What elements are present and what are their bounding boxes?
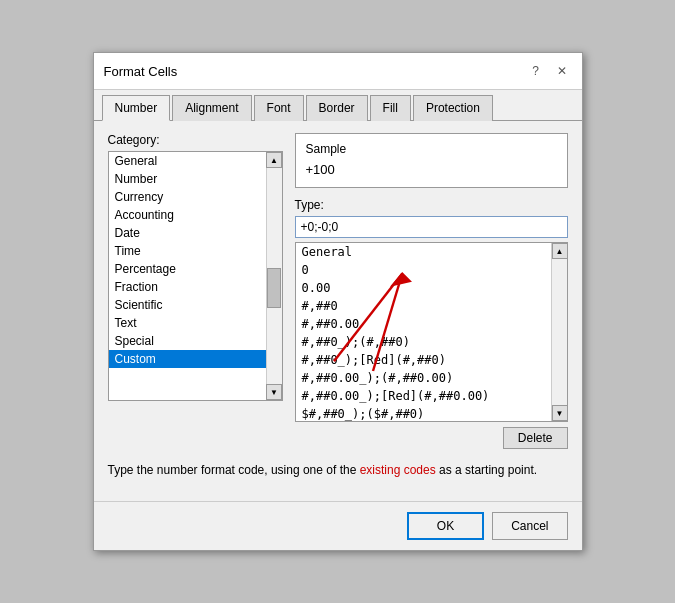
tab-font[interactable]: Font [254,95,304,121]
scroll-thumb [267,268,281,308]
scroll-up-arrow[interactable]: ▲ [266,152,282,168]
tab-content: Category: General Number Currency Accoun… [94,121,582,491]
format-hash0-paren[interactable]: #,##0_);(#,##0) [296,333,551,351]
category-scrollbar: ▲ ▼ [266,152,282,400]
right-panel: Sample +100 Type: General 0 0.00 #,##0 #… [295,133,568,449]
format-cells-dialog: Format Cells ? ✕ Number Alignment Font B… [93,52,583,551]
delete-button[interactable]: Delete [503,427,568,449]
format-dollar-paren[interactable]: $#,##0_);($#,##0) [296,405,551,421]
category-scientific[interactable]: Scientific [109,296,266,314]
scroll-down-arrow[interactable]: ▼ [266,384,282,400]
tab-protection[interactable]: Protection [413,95,493,121]
category-fraction[interactable]: Fraction [109,278,266,296]
category-general[interactable]: General [109,152,266,170]
category-label: Category: [108,133,283,147]
tab-number[interactable]: Number [102,95,171,121]
format-scroll-track [552,259,567,405]
description-text: Type the number format code, using one o… [108,461,568,479]
tabs-bar: Number Alignment Font Border Fill Protec… [94,90,582,121]
format-hash0-red[interactable]: #,##0_);[Red](#,##0) [296,351,551,369]
left-panel: Category: General Number Currency Accoun… [108,133,283,449]
main-area: Category: General Number Currency Accoun… [108,133,568,449]
format-scrollbar: ▲ ▼ [551,243,567,421]
category-time[interactable]: Time [109,242,266,260]
description-normal1: Type the number format code, using one o… [108,463,360,477]
type-label: Type: [295,198,568,212]
format-0.00[interactable]: 0.00 [296,279,551,297]
help-icon[interactable]: ? [526,61,546,81]
sample-value: +100 [306,160,557,179]
title-icons: ? ✕ [526,61,572,81]
scroll-track [267,168,282,384]
format-hash0.00[interactable]: #,##0.00 [296,315,551,333]
delete-row: Delete [295,427,568,449]
description-highlight: existing codes [360,463,436,477]
category-custom[interactable]: Custom [109,350,266,368]
type-input[interactable] [295,216,568,238]
sample-box: Sample +100 [295,133,568,188]
dialog-title: Format Cells [104,64,178,79]
bottom-buttons: OK Cancel [94,501,582,550]
category-currency[interactable]: Currency [109,188,266,206]
format-list: General 0 0.00 #,##0 #,##0.00 #,##0_);(#… [296,243,551,421]
format-general[interactable]: General [296,243,551,261]
category-percentage[interactable]: Percentage [109,260,266,278]
title-bar: Format Cells ? ✕ [94,53,582,90]
format-area: General 0 0.00 #,##0 #,##0.00 #,##0_);(#… [295,242,568,422]
sample-label: Sample [306,142,557,156]
category-date[interactable]: Date [109,224,266,242]
category-number[interactable]: Number [109,170,266,188]
format-hash0.00-paren[interactable]: #,##0.00_);(#,##0.00) [296,369,551,387]
cancel-button[interactable]: Cancel [492,512,567,540]
description-normal2: as a starting point. [436,463,537,477]
ok-button[interactable]: OK [407,512,484,540]
category-list-wrapper: General Number Currency Accounting Date … [108,151,283,401]
format-0[interactable]: 0 [296,261,551,279]
format-hash0.00-red[interactable]: #,##0.00_);[Red](#,##0.00) [296,387,551,405]
format-list-wrapper: General 0 0.00 #,##0 #,##0.00 #,##0_);(#… [295,242,568,422]
tab-fill[interactable]: Fill [370,95,411,121]
category-text[interactable]: Text [109,314,266,332]
format-scroll-up[interactable]: ▲ [552,243,568,259]
format-hash0[interactable]: #,##0 [296,297,551,315]
format-scroll-down[interactable]: ▼ [552,405,568,421]
category-accounting[interactable]: Accounting [109,206,266,224]
category-special[interactable]: Special [109,332,266,350]
close-icon[interactable]: ✕ [552,61,572,81]
category-list: General Number Currency Accounting Date … [109,152,266,400]
tab-border[interactable]: Border [306,95,368,121]
tab-alignment[interactable]: Alignment [172,95,251,121]
